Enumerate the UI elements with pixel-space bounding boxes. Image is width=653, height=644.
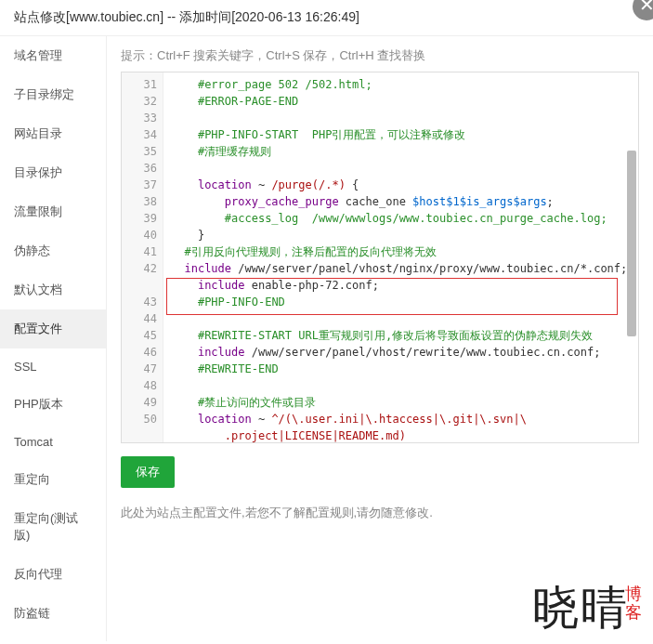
code-line[interactable]: #REWRITE-END [171, 361, 631, 377]
sidebar-item-6[interactable]: 默认文档 [0, 270, 106, 309]
sidebar-item-4[interactable]: 流量限制 [0, 192, 106, 231]
code-line[interactable]: #引用反向代理规则，注释后配置的反向代理将无效 [171, 243, 631, 260]
code-line[interactable]: #error_page 502 /502.html; [171, 76, 631, 93]
code-line[interactable]: #ERROR-PAGE-END [171, 93, 631, 110]
code-line[interactable]: include /www/server/panel/vhost/rewrite/… [171, 344, 631, 361]
config-note: 此处为站点主配置文件,若您不了解配置规则,请勿随意修改. [121, 505, 639, 521]
sidebar-item-1[interactable]: 子目录绑定 [0, 75, 106, 114]
code-line[interactable]: location ~ ^/(\.user.ini|\.htaccess|\.gi… [171, 411, 631, 427]
code-line[interactable]: include enable-php-72.conf; [171, 277, 631, 294]
sidebar-item-14[interactable]: 防盗链 [0, 594, 106, 633]
sidebar-item-9[interactable]: PHP版本 [0, 385, 106, 424]
scroll-thumb[interactable] [627, 151, 636, 336]
code-line[interactable]: #清理缓存规则 [171, 143, 631, 160]
editor-hint: 提示：Ctrl+F 搜索关键字，Ctrl+S 保存，Ctrl+H 查找替换 [121, 47, 639, 64]
code-editor[interactable]: 3132333435363738394041424344454647484950… [121, 72, 639, 443]
watermark-logo: 晓晴博客 [532, 577, 644, 639]
code-line[interactable] [171, 377, 631, 394]
sidebar-item-5[interactable]: 伪静态 [0, 231, 106, 270]
scrollbar[interactable] [627, 76, 636, 439]
code-line[interactable]: #access_log /www/wwwlogs/www.toubiec.cn_… [171, 210, 631, 227]
code-line[interactable]: .project|LICENSE|README.md) [171, 427, 631, 442]
code-line[interactable]: #PHP-INFO-START PHP引用配置，可以注释或修改 [171, 126, 631, 143]
sidebar-item-15[interactable]: 响应日志 [0, 633, 106, 641]
sidebar-item-3[interactable]: 目录保护 [0, 153, 106, 192]
code-line[interactable]: } [171, 227, 631, 243]
code-line[interactable] [171, 160, 631, 177]
sidebar-item-8[interactable]: SSL [0, 348, 106, 385]
code-line[interactable]: location ~ /purge(/.*) { [171, 177, 631, 193]
code-line[interactable]: include /www/server/panel/vhost/nginx/pr… [171, 260, 631, 277]
code-line[interactable]: #REWRITE-START URL重写规则引用,修改后将导致面板设置的伪静态规… [171, 327, 631, 344]
sidebar-item-10[interactable]: Tomcat [0, 424, 106, 460]
modal-title: 站点修改[www.toubiec.cn] -- 添加时间[2020-06-13 … [0, 0, 653, 36]
sidebar-item-0[interactable]: 域名管理 [0, 36, 106, 75]
sidebar-item-13[interactable]: 反向代理 [0, 555, 106, 594]
sidebar-item-11[interactable]: 重定向 [0, 460, 106, 499]
sidebar-item-7[interactable]: 配置文件 [0, 309, 106, 348]
sidebar-item-12[interactable]: 重定向(测试版) [0, 499, 106, 555]
code-line[interactable] [171, 310, 631, 327]
sidebar-item-2[interactable]: 网站目录 [0, 114, 106, 153]
code-line[interactable]: proxy_cache_purge cache_one $host$1$is_a… [171, 193, 631, 210]
code-line[interactable]: #禁止访问的文件或目录 [171, 394, 631, 411]
save-button[interactable]: 保存 [121, 456, 175, 488]
line-gutter: 3132333435363738394041424344454647484950… [122, 72, 163, 442]
sidebar: 域名管理子目录绑定网站目录目录保护流量限制伪静态默认文档配置文件SSLPHP版本… [0, 36, 107, 641]
code-line[interactable]: #PHP-INFO-END [171, 294, 631, 310]
code-area[interactable]: #error_page 502 /502.html; #ERROR-PAGE-E… [163, 72, 638, 442]
code-line[interactable] [171, 110, 631, 126]
